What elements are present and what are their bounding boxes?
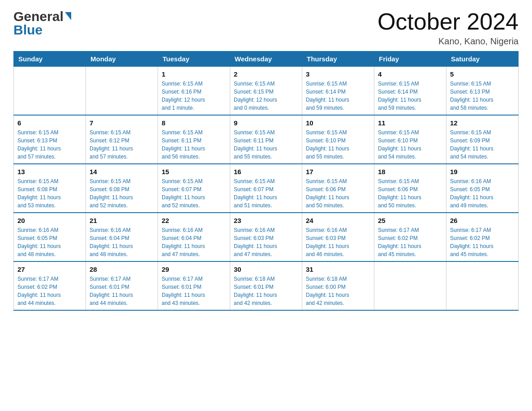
- day-info: Sunrise: 6:15 AMSunset: 6:15 PMDaylight:…: [234, 80, 298, 112]
- day-info: Sunrise: 6:15 AMSunset: 6:12 PMDaylight:…: [90, 128, 154, 161]
- header-wednesday: Wednesday: [230, 51, 302, 67]
- day-info: Sunrise: 6:18 AMSunset: 6:01 PMDaylight:…: [234, 275, 298, 307]
- logo-triangle-icon: [65, 12, 71, 20]
- day-info: Sunrise: 6:17 AMSunset: 6:01 PMDaylight:…: [90, 275, 154, 307]
- calendar-cell: 4Sunrise: 6:15 AMSunset: 6:14 PMDaylight…: [374, 67, 446, 116]
- calendar-cell: 11Sunrise: 6:15 AMSunset: 6:10 PMDayligh…: [374, 115, 446, 164]
- day-number: 31: [306, 265, 370, 274]
- day-info: Sunrise: 6:17 AMSunset: 6:02 PMDaylight:…: [450, 226, 515, 258]
- day-info: Sunrise: 6:15 AMSunset: 6:11 PMDaylight:…: [234, 128, 298, 161]
- calendar-cell: 29Sunrise: 6:17 AMSunset: 6:01 PMDayligh…: [158, 261, 230, 310]
- day-number: 16: [234, 167, 298, 176]
- day-info: Sunrise: 6:15 AMSunset: 6:08 PMDaylight:…: [90, 177, 154, 210]
- day-info: Sunrise: 6:15 AMSunset: 6:06 PMDaylight:…: [306, 177, 370, 210]
- calendar-header-row: SundayMondayTuesdayWednesdayThursdayFrid…: [14, 51, 519, 67]
- logo-general-text: General: [13, 9, 64, 24]
- day-info: Sunrise: 6:15 AMSunset: 6:08 PMDaylight:…: [17, 177, 82, 210]
- day-info: Sunrise: 6:18 AMSunset: 6:00 PMDaylight:…: [306, 275, 370, 307]
- day-info: Sunrise: 6:16 AMSunset: 6:03 PMDaylight:…: [306, 226, 370, 258]
- day-number: 30: [234, 265, 298, 274]
- calendar-cell: 17Sunrise: 6:15 AMSunset: 6:06 PMDayligh…: [302, 164, 374, 213]
- day-number: 5: [450, 69, 515, 79]
- day-info: Sunrise: 6:15 AMSunset: 6:07 PMDaylight:…: [162, 177, 226, 210]
- calendar-cell: [86, 67, 158, 116]
- day-info: Sunrise: 6:15 AMSunset: 6:13 PMDaylight:…: [450, 80, 515, 112]
- day-number: 7: [90, 118, 154, 128]
- day-info: Sunrise: 6:17 AMSunset: 6:02 PMDaylight:…: [378, 226, 442, 258]
- day-number: 9: [234, 118, 298, 128]
- day-info: Sunrise: 6:16 AMSunset: 6:04 PMDaylight:…: [162, 226, 226, 258]
- calendar-cell: 22Sunrise: 6:16 AMSunset: 6:04 PMDayligh…: [158, 213, 230, 261]
- day-number: 6: [17, 118, 82, 128]
- calendar-cell: 1Sunrise: 6:15 AMSunset: 6:16 PMDaylight…: [158, 67, 230, 116]
- day-number: 15: [162, 167, 226, 176]
- day-number: 19: [450, 167, 515, 176]
- calendar-cell: 21Sunrise: 6:16 AMSunset: 6:04 PMDayligh…: [86, 213, 158, 261]
- day-number: 3: [306, 69, 370, 79]
- day-info: Sunrise: 6:16 AMSunset: 6:04 PMDaylight:…: [90, 226, 154, 258]
- calendar-cell: 5Sunrise: 6:15 AMSunset: 6:13 PMDaylight…: [446, 67, 519, 116]
- calendar-cell: 10Sunrise: 6:15 AMSunset: 6:10 PMDayligh…: [302, 115, 374, 164]
- header-saturday: Saturday: [446, 51, 519, 67]
- calendar-cell: 15Sunrise: 6:15 AMSunset: 6:07 PMDayligh…: [158, 164, 230, 213]
- header-monday: Monday: [86, 51, 158, 67]
- day-info: Sunrise: 6:15 AMSunset: 6:14 PMDaylight:…: [306, 80, 370, 112]
- calendar-cell: 30Sunrise: 6:18 AMSunset: 6:01 PMDayligh…: [230, 261, 302, 310]
- day-info: Sunrise: 6:15 AMSunset: 6:11 PMDaylight:…: [162, 128, 226, 161]
- day-number: 13: [17, 167, 82, 176]
- day-info: Sunrise: 6:15 AMSunset: 6:06 PMDaylight:…: [378, 177, 442, 210]
- calendar-cell: 6Sunrise: 6:15 AMSunset: 6:13 PMDaylight…: [14, 115, 86, 164]
- day-number: 11: [378, 118, 442, 128]
- day-number: 25: [378, 216, 442, 225]
- calendar-cell: 26Sunrise: 6:17 AMSunset: 6:02 PMDayligh…: [446, 213, 519, 261]
- header-thursday: Thursday: [302, 51, 374, 67]
- day-number: 1: [162, 69, 226, 79]
- day-number: 20: [17, 216, 82, 225]
- calendar-table: SundayMondayTuesdayWednesdayThursdayFrid…: [13, 51, 519, 311]
- header-sunday: Sunday: [14, 51, 86, 67]
- day-info: Sunrise: 6:17 AMSunset: 6:01 PMDaylight:…: [162, 275, 226, 307]
- calendar-cell: 7Sunrise: 6:15 AMSunset: 6:12 PMDaylight…: [86, 115, 158, 164]
- day-info: Sunrise: 6:15 AMSunset: 6:10 PMDaylight:…: [306, 128, 370, 161]
- day-info: Sunrise: 6:15 AMSunset: 6:16 PMDaylight:…: [162, 80, 226, 112]
- day-info: Sunrise: 6:15 AMSunset: 6:07 PMDaylight:…: [234, 177, 298, 210]
- day-number: 14: [90, 167, 154, 176]
- week-row-3: 13Sunrise: 6:15 AMSunset: 6:08 PMDayligh…: [14, 164, 519, 213]
- day-number: 29: [162, 265, 226, 274]
- location-subtitle: Kano, Kano, Nigeria: [378, 36, 519, 47]
- calendar-cell: 12Sunrise: 6:15 AMSunset: 6:09 PMDayligh…: [446, 115, 519, 164]
- day-number: 27: [17, 265, 82, 274]
- day-number: 4: [378, 69, 442, 79]
- calendar-cell: 28Sunrise: 6:17 AMSunset: 6:01 PMDayligh…: [86, 261, 158, 310]
- calendar-cell: 16Sunrise: 6:15 AMSunset: 6:07 PMDayligh…: [230, 164, 302, 213]
- day-info: Sunrise: 6:15 AMSunset: 6:10 PMDaylight:…: [378, 128, 442, 161]
- day-number: 28: [90, 265, 154, 274]
- calendar-cell: 3Sunrise: 6:15 AMSunset: 6:14 PMDaylight…: [302, 67, 374, 116]
- calendar-cell: 31Sunrise: 6:18 AMSunset: 6:00 PMDayligh…: [302, 261, 374, 310]
- calendar-cell: 18Sunrise: 6:15 AMSunset: 6:06 PMDayligh…: [374, 164, 446, 213]
- day-number: 12: [450, 118, 515, 128]
- calendar-cell: 2Sunrise: 6:15 AMSunset: 6:15 PMDaylight…: [230, 67, 302, 116]
- calendar-cell: 27Sunrise: 6:17 AMSunset: 6:02 PMDayligh…: [14, 261, 86, 310]
- calendar-cell: 25Sunrise: 6:17 AMSunset: 6:02 PMDayligh…: [374, 213, 446, 261]
- calendar-cell: [374, 261, 446, 310]
- day-info: Sunrise: 6:15 AMSunset: 6:09 PMDaylight:…: [450, 128, 515, 161]
- day-info: Sunrise: 6:15 AMSunset: 6:13 PMDaylight:…: [17, 128, 82, 161]
- calendar-cell: 19Sunrise: 6:16 AMSunset: 6:05 PMDayligh…: [446, 164, 519, 213]
- week-row-1: 1Sunrise: 6:15 AMSunset: 6:16 PMDaylight…: [14, 67, 519, 116]
- day-number: 21: [90, 216, 154, 225]
- calendar-cell: 14Sunrise: 6:15 AMSunset: 6:08 PMDayligh…: [86, 164, 158, 213]
- day-number: 2: [234, 69, 298, 79]
- header-tuesday: Tuesday: [158, 51, 230, 67]
- calendar-cell: 13Sunrise: 6:15 AMSunset: 6:08 PMDayligh…: [14, 164, 86, 213]
- day-info: Sunrise: 6:17 AMSunset: 6:02 PMDaylight:…: [17, 275, 82, 307]
- calendar-cell: 9Sunrise: 6:15 AMSunset: 6:11 PMDaylight…: [230, 115, 302, 164]
- logo-blue-text: Blue: [13, 22, 71, 38]
- week-row-4: 20Sunrise: 6:16 AMSunset: 6:05 PMDayligh…: [14, 213, 519, 261]
- calendar-cell: 20Sunrise: 6:16 AMSunset: 6:05 PMDayligh…: [14, 213, 86, 261]
- day-number: 24: [306, 216, 370, 225]
- calendar-cell: 8Sunrise: 6:15 AMSunset: 6:11 PMDaylight…: [158, 115, 230, 164]
- calendar-cell: [14, 67, 86, 116]
- day-number: 10: [306, 118, 370, 128]
- day-number: 26: [450, 216, 515, 225]
